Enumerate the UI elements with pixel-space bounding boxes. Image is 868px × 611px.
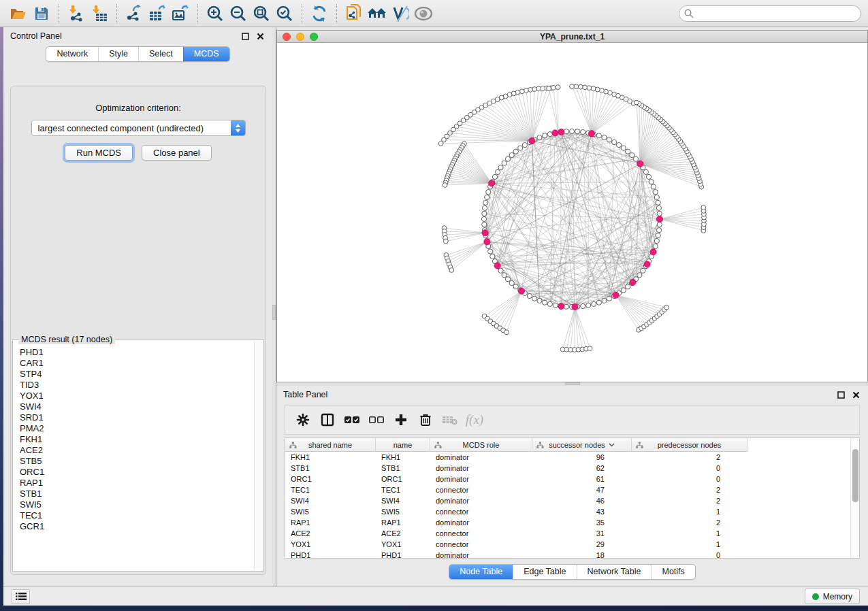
starter-panel-icon[interactable]	[366, 3, 389, 24]
splitter-handle[interactable]	[272, 305, 276, 320]
table-tabs: Node TableEdge TableNetwork TableMotifs	[449, 564, 696, 580]
save-session-icon[interactable]	[30, 3, 53, 24]
import-network-icon[interactable]	[65, 3, 88, 24]
table-row[interactable]: YOX1YOX1connector291	[285, 539, 850, 550]
function-builder-icon[interactable]: f(x)	[462, 408, 487, 431]
control-panel-title: Control Panel	[10, 31, 62, 41]
mcds-result-item[interactable]: CAR1	[20, 358, 254, 369]
mcds-result-item[interactable]: PHD1	[20, 347, 254, 358]
table-row[interactable]: TEC1TEC1connector472	[285, 484, 850, 495]
table-row[interactable]: FKH1FKH1dominator962	[285, 452, 850, 463]
mcds-result-item[interactable]: RAP1	[20, 478, 254, 489]
mcds-result-item[interactable]: FKH1	[20, 434, 254, 445]
table-scrollbar[interactable]	[850, 438, 859, 558]
mcds-result-item[interactable]: GCR1	[20, 521, 254, 532]
delete-icon[interactable]	[413, 408, 438, 431]
tab-select[interactable]: Select	[138, 47, 183, 61]
graphics-details-icon[interactable]	[389, 3, 412, 24]
mcds-result-item[interactable]: STB5	[20, 456, 254, 467]
mcds-result-item[interactable]: SWI5	[20, 499, 254, 510]
mcds-result-item[interactable]: TEC1	[20, 510, 254, 521]
export-network-icon[interactable]	[123, 3, 146, 24]
table-row[interactable]: SWI5SWI5connector431	[285, 506, 850, 517]
mcds-result-item[interactable]: YOX1	[20, 391, 254, 401]
mcds-result-item[interactable]: STP4	[20, 369, 254, 380]
table-row[interactable]: RAP1RAP1dominator352	[285, 517, 850, 528]
table-cell: 62	[532, 464, 632, 472]
add-icon[interactable]	[389, 408, 413, 431]
table-row[interactable]: SWI4SWI4dominator462	[285, 495, 850, 506]
column-header-MCDS-role[interactable]: MCDS role	[430, 438, 532, 452]
column-header-name[interactable]: name	[376, 438, 430, 452]
table-cell: ORC1	[285, 475, 376, 483]
table-cell: 31	[532, 529, 632, 538]
splitter-handle[interactable]	[565, 382, 580, 385]
export-table-icon[interactable]	[146, 3, 169, 24]
mcds-result-group: MCDS result (17 nodes) PHD1CAR1STP4TID3Y…	[12, 340, 264, 572]
table-cell: dominator	[430, 551, 532, 558]
mcds-result-item[interactable]: STB1	[20, 489, 254, 499]
mcds-result-item[interactable]: ACE2	[20, 445, 254, 456]
mcds-result-item[interactable]: SWI4	[20, 401, 254, 412]
clone-network-icon[interactable]	[342, 3, 366, 24]
tab-mcds[interactable]: MCDS	[183, 47, 229, 61]
zoom-selected-icon[interactable]	[273, 3, 296, 24]
table-cell: TEC1	[285, 486, 376, 494]
network-window-titlebar[interactable]: YPA_prune.txt_1	[277, 31, 867, 43]
mcds-result-item[interactable]: PMA2	[20, 423, 254, 434]
mcds-list-scrollbar[interactable]	[254, 342, 262, 569]
table-cell: SWI4	[376, 497, 430, 505]
table-cell: 35	[532, 518, 632, 527]
tab-style[interactable]: Style	[98, 47, 138, 61]
tab-motifs[interactable]: Motifs	[651, 565, 694, 579]
close-panel-icon[interactable]	[850, 389, 861, 400]
tab-network[interactable]: Network	[46, 47, 98, 61]
task-history-button[interactable]	[12, 589, 30, 604]
column-settings-icon[interactable]	[291, 408, 315, 431]
table-cell: 2	[632, 518, 748, 527]
close-panel-icon[interactable]	[255, 31, 266, 42]
table-cell: STB1	[376, 464, 430, 472]
export-image-icon[interactable]	[169, 3, 192, 24]
criterion-dropdown[interactable]: largest connected component (undirected)	[31, 120, 246, 136]
import-table-icon[interactable]	[88, 3, 111, 24]
zoom-out-icon[interactable]	[227, 3, 250, 24]
mcds-result-item[interactable]: TID3	[20, 380, 254, 391]
table-header-row: shared namenameMCDS rolesuccessor nodesp…	[285, 438, 850, 452]
zoom-fit-icon[interactable]	[250, 3, 273, 24]
birdseye-view-icon[interactable]	[412, 3, 435, 24]
open-file-icon[interactable]	[7, 3, 30, 24]
zoom-in-icon[interactable]	[204, 3, 227, 24]
tab-network-table[interactable]: Network Table	[577, 565, 652, 579]
tab-edge-table[interactable]: Edge Table	[513, 565, 576, 579]
search-box	[679, 5, 861, 22]
table-row[interactable]: STB1STB1dominator620	[285, 463, 850, 474]
float-window-icon[interactable]	[835, 389, 846, 400]
table-row[interactable]: PHD1PHD1dominator180	[285, 550, 850, 558]
network-canvas[interactable]	[277, 43, 867, 382]
memory-button[interactable]: Memory	[805, 589, 860, 604]
mcds-result-item[interactable]: SRD1	[20, 412, 254, 423]
float-window-icon[interactable]	[240, 31, 251, 42]
column-header-successor-nodes[interactable]: successor nodes	[532, 438, 632, 452]
import-table-disabled-icon[interactable]	[438, 408, 462, 431]
table-cell: dominator	[430, 453, 532, 461]
column-header-predecessor-nodes[interactable]: predecessor nodes	[632, 438, 748, 452]
deselect-all-icon[interactable]	[364, 408, 389, 431]
table-row[interactable]: ACE2ACE2connector311	[285, 528, 850, 539]
search-input[interactable]	[679, 5, 861, 22]
close-panel-button[interactable]: Close panel	[142, 145, 212, 161]
table-cell: PHD1	[376, 551, 430, 558]
mcds-result-item[interactable]: ORC1	[20, 467, 254, 478]
control-panel-tabs: NetworkStyleSelectMCDS	[46, 46, 229, 62]
run-mcds-button[interactable]: Run MCDS	[65, 145, 133, 161]
show-column-icon[interactable]	[315, 408, 340, 431]
scrollbar-thumb[interactable]	[852, 449, 858, 502]
table-row[interactable]: ORC1ORC1dominator610	[285, 474, 850, 484]
tab-node-table[interactable]: Node Table	[449, 565, 513, 579]
apply-layout-icon[interactable]	[308, 3, 331, 24]
toolbar-separator	[116, 4, 117, 23]
select-all-icon[interactable]	[340, 408, 364, 431]
memory-label: Memory	[823, 592, 852, 601]
column-header-shared-name[interactable]: shared name	[285, 438, 376, 452]
